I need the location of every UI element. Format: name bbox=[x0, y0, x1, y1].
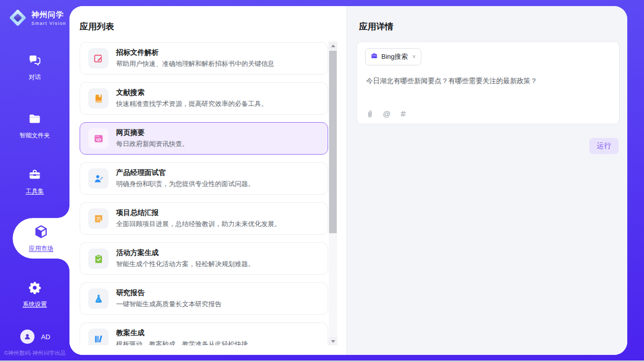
books-icon bbox=[88, 329, 109, 345]
scrollbar-thumb[interactable] bbox=[329, 51, 337, 233]
app-list-item[interactable]: 文献搜索 快速精准查找学术资源，提高研究效率的必备工具。 bbox=[80, 82, 328, 115]
edit-doc-icon bbox=[88, 48, 109, 68]
brand-subtitle: Smart Vision bbox=[31, 21, 66, 26]
flask-icon bbox=[88, 288, 109, 309]
hash-icon[interactable] bbox=[400, 110, 407, 118]
sidebar-item-chat[interactable]: 对话 bbox=[28, 54, 42, 82]
browser-code-icon bbox=[88, 128, 109, 149]
attach-icon[interactable] bbox=[366, 110, 374, 118]
toolbox-icon bbox=[28, 168, 42, 184]
app-list-item[interactable]: 招标文件解析 帮助用户快速、准确地理解和解析招标书中的关键信息 bbox=[80, 42, 328, 75]
app-item-desc: 全面回顾项目进展，总结经验教训，助力未来优化发展。 bbox=[116, 220, 281, 229]
user-name: AD bbox=[41, 333, 50, 341]
sidebar-item-app-market[interactable]: 应用市场 bbox=[13, 218, 69, 259]
prompt-card[interactable]: Bing搜索 × 今日湖北有哪些新闻要点？有哪些需要关注的最新政策？ @ bbox=[356, 42, 620, 124]
sidebar-item-label: 对话 bbox=[29, 73, 41, 82]
mention-icon[interactable]: @ bbox=[383, 110, 390, 118]
app-item-desc: 快速精准查找学术资源，提高研究效率的必备工具。 bbox=[116, 99, 268, 108]
app-item-title: 教案生成 bbox=[116, 329, 248, 338]
app-item-title: 活动方案生成 bbox=[116, 248, 255, 258]
briefcase-icon bbox=[371, 52, 378, 61]
app-list-item[interactable]: 活动方案生成 智能生成个性化活动方案，轻松解决规划难题。 bbox=[80, 242, 328, 275]
gear-icon bbox=[28, 281, 42, 297]
sidebar-item-label: 应用市场 bbox=[29, 244, 53, 253]
app-item-desc: 模板驱动，教案秒成，教学准备从此轻松快捷 bbox=[116, 340, 248, 345]
interviewer-icon bbox=[88, 168, 109, 189]
app-list-item[interactable]: 项目总结汇报 全面回顾项目进展，总结经验教训，助力未来优化发展。 bbox=[80, 202, 328, 235]
app-item-desc: 智能生成个性化活动方案，轻松解决规划难题。 bbox=[116, 260, 255, 269]
sidebar-item-toolbox[interactable]: 工具集 bbox=[26, 168, 44, 196]
input-toolbar: @ bbox=[366, 110, 407, 118]
app-list-scrollbar[interactable] bbox=[329, 42, 337, 345]
app-list-item[interactable]: 产品经理面试官 明确身份和职责，为您提供专业性的面试问题。 bbox=[80, 162, 328, 195]
app-item-title: 产品经理面试官 bbox=[116, 168, 255, 177]
sidebar-item-label: 智能文件夹 bbox=[20, 131, 50, 140]
brand-logo: 神州问学 Smart Vision bbox=[8, 8, 69, 27]
sidebar-nav: 对话 智能文件夹 工具集 应用市场 系统设置 bbox=[0, 54, 69, 309]
brand-diamond-icon bbox=[8, 8, 27, 27]
app-list-panel: 应用列表 招标文件解析 帮助用户快速、准确地理解和解析招标书中的关键信息 文献搜… bbox=[69, 6, 346, 355]
app-list-title: 应用列表 bbox=[80, 21, 346, 32]
copyright-text: ©神州数码·神州问学出品 bbox=[4, 349, 66, 357]
sidebar-item-smart-folder[interactable]: 智能文件夹 bbox=[20, 112, 50, 140]
scroll-down-arrow-icon[interactable] bbox=[329, 337, 337, 345]
chat-icon bbox=[28, 54, 42, 69]
app-item-title: 网页摘要 bbox=[116, 128, 189, 137]
app-detail-panel: 应用详情 Bing搜索 × 今日湖北有哪些新闻要点？有哪些需要关注的最新政策？ … bbox=[346, 6, 627, 355]
app-list: 招标文件解析 帮助用户快速、准确地理解和解析招标书中的关键信息 文献搜索 快速精… bbox=[80, 42, 328, 345]
tool-tag-label: Bing搜索 bbox=[381, 52, 408, 61]
main-content: 应用列表 招标文件解析 帮助用户快速、准确地理解和解析招标书中的关键信息 文献搜… bbox=[69, 6, 627, 355]
sidebar: 神州问学 Smart Vision 对话 智能文件夹 工具集 bbox=[0, 0, 69, 362]
app-item-desc: 一键智能生成高质量长文本研究报告 bbox=[116, 300, 222, 309]
tool-tag-bing-search[interactable]: Bing搜索 × bbox=[365, 48, 421, 65]
app-item-desc: 明确身份和职责，为您提供专业性的面试问题。 bbox=[116, 179, 255, 189]
clipboard-check-icon bbox=[88, 248, 109, 269]
app-list-item[interactable]: 网页摘要 每日政府新闻资讯快查。 bbox=[80, 122, 328, 155]
scroll-up-arrow-icon[interactable] bbox=[329, 42, 337, 50]
brand-name: 神州问学 bbox=[31, 10, 66, 20]
note-icon bbox=[88, 208, 109, 229]
app-item-title: 文献搜索 bbox=[116, 88, 268, 97]
book-icon bbox=[88, 88, 109, 108]
query-input[interactable]: 今日湖北有哪些新闻要点？有哪些需要关注的最新政策？ bbox=[366, 77, 610, 86]
app-item-desc: 每日政府新闻资讯快查。 bbox=[116, 139, 189, 149]
app-list-item[interactable]: 教案生成 模板驱动，教案秒成，教学准备从此轻松快捷 bbox=[80, 322, 328, 345]
close-icon[interactable]: × bbox=[411, 53, 416, 60]
app-item-title: 研究报告 bbox=[116, 288, 222, 298]
app-detail-title: 应用详情 bbox=[359, 21, 627, 32]
avatar bbox=[20, 330, 34, 344]
app-list-item[interactable]: 研究报告 一键智能生成高质量长文本研究报告 bbox=[80, 282, 328, 315]
sidebar-item-label: 系统设置 bbox=[23, 300, 47, 309]
sidebar-item-settings[interactable]: 系统设置 bbox=[23, 281, 47, 309]
app-item-title: 招标文件解析 bbox=[116, 48, 274, 57]
run-button[interactable]: 运行 bbox=[589, 138, 619, 154]
sidebar-item-label: 工具集 bbox=[26, 187, 44, 196]
app-item-desc: 帮助用户快速、准确地理解和解析招标书中的关键信息 bbox=[116, 59, 274, 68]
user-account[interactable]: AD bbox=[20, 330, 50, 344]
cube-icon bbox=[33, 224, 49, 241]
folder-icon bbox=[28, 112, 42, 128]
app-item-title: 项目总结汇报 bbox=[116, 208, 281, 218]
